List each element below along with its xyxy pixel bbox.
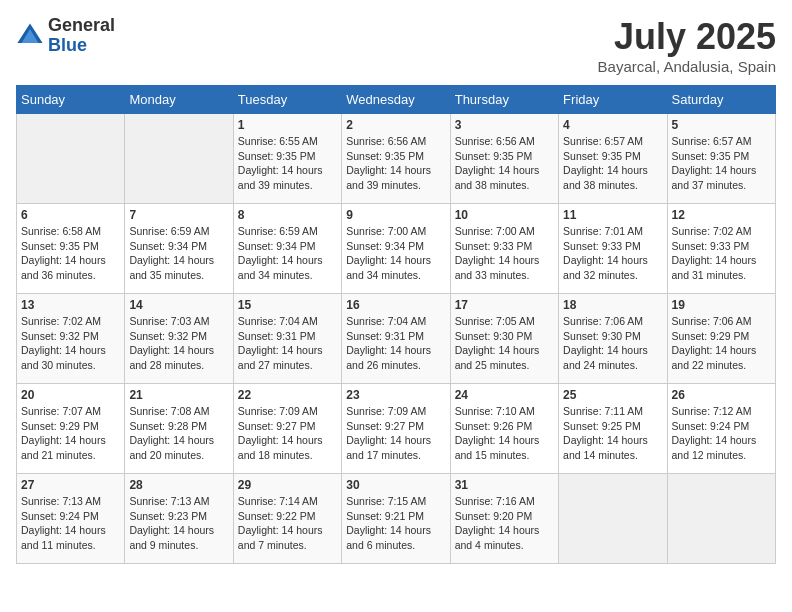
day-number: 12 <box>672 208 771 222</box>
header-day-wednesday: Wednesday <box>342 86 450 114</box>
day-info: Sunrise: 7:09 AM Sunset: 9:27 PM Dayligh… <box>346 404 445 463</box>
day-info: Sunrise: 7:03 AM Sunset: 9:32 PM Dayligh… <box>129 314 228 373</box>
day-number: 6 <box>21 208 120 222</box>
calendar-cell: 30Sunrise: 7:15 AM Sunset: 9:21 PM Dayli… <box>342 474 450 564</box>
day-info: Sunrise: 7:01 AM Sunset: 9:33 PM Dayligh… <box>563 224 662 283</box>
calendar-cell: 24Sunrise: 7:10 AM Sunset: 9:26 PM Dayli… <box>450 384 558 474</box>
day-number: 1 <box>238 118 337 132</box>
week-row-1: 1Sunrise: 6:55 AM Sunset: 9:35 PM Daylig… <box>17 114 776 204</box>
day-number: 16 <box>346 298 445 312</box>
calendar-body: 1Sunrise: 6:55 AM Sunset: 9:35 PM Daylig… <box>17 114 776 564</box>
logo-general: General <box>48 16 115 36</box>
day-info: Sunrise: 7:05 AM Sunset: 9:30 PM Dayligh… <box>455 314 554 373</box>
day-number: 21 <box>129 388 228 402</box>
calendar-cell: 27Sunrise: 7:13 AM Sunset: 9:24 PM Dayli… <box>17 474 125 564</box>
day-info: Sunrise: 7:06 AM Sunset: 9:30 PM Dayligh… <box>563 314 662 373</box>
day-info: Sunrise: 7:02 AM Sunset: 9:32 PM Dayligh… <box>21 314 120 373</box>
day-info: Sunrise: 7:10 AM Sunset: 9:26 PM Dayligh… <box>455 404 554 463</box>
day-number: 13 <box>21 298 120 312</box>
month-title: July 2025 <box>598 16 776 58</box>
day-number: 31 <box>455 478 554 492</box>
calendar-cell: 1Sunrise: 6:55 AM Sunset: 9:35 PM Daylig… <box>233 114 341 204</box>
calendar-cell: 26Sunrise: 7:12 AM Sunset: 9:24 PM Dayli… <box>667 384 775 474</box>
logo-text: General Blue <box>48 16 115 56</box>
day-number: 17 <box>455 298 554 312</box>
day-number: 24 <box>455 388 554 402</box>
day-info: Sunrise: 6:59 AM Sunset: 9:34 PM Dayligh… <box>238 224 337 283</box>
day-info: Sunrise: 7:16 AM Sunset: 9:20 PM Dayligh… <box>455 494 554 553</box>
logo-icon <box>16 22 44 50</box>
calendar-cell: 15Sunrise: 7:04 AM Sunset: 9:31 PM Dayli… <box>233 294 341 384</box>
calendar-cell: 16Sunrise: 7:04 AM Sunset: 9:31 PM Dayli… <box>342 294 450 384</box>
calendar-cell: 23Sunrise: 7:09 AM Sunset: 9:27 PM Dayli… <box>342 384 450 474</box>
calendar: SundayMondayTuesdayWednesdayThursdayFrid… <box>16 85 776 564</box>
day-info: Sunrise: 7:15 AM Sunset: 9:21 PM Dayligh… <box>346 494 445 553</box>
day-info: Sunrise: 7:06 AM Sunset: 9:29 PM Dayligh… <box>672 314 771 373</box>
calendar-cell: 12Sunrise: 7:02 AM Sunset: 9:33 PM Dayli… <box>667 204 775 294</box>
calendar-cell: 22Sunrise: 7:09 AM Sunset: 9:27 PM Dayli… <box>233 384 341 474</box>
calendar-cell: 6Sunrise: 6:58 AM Sunset: 9:35 PM Daylig… <box>17 204 125 294</box>
day-number: 23 <box>346 388 445 402</box>
day-number: 15 <box>238 298 337 312</box>
day-info: Sunrise: 6:56 AM Sunset: 9:35 PM Dayligh… <box>455 134 554 193</box>
day-info: Sunrise: 7:11 AM Sunset: 9:25 PM Dayligh… <box>563 404 662 463</box>
calendar-cell: 18Sunrise: 7:06 AM Sunset: 9:30 PM Dayli… <box>559 294 667 384</box>
title-block: July 2025 Bayarcal, Andalusia, Spain <box>598 16 776 75</box>
location: Bayarcal, Andalusia, Spain <box>598 58 776 75</box>
calendar-cell: 5Sunrise: 6:57 AM Sunset: 9:35 PM Daylig… <box>667 114 775 204</box>
header-day-monday: Monday <box>125 86 233 114</box>
day-info: Sunrise: 7:00 AM Sunset: 9:33 PM Dayligh… <box>455 224 554 283</box>
week-row-3: 13Sunrise: 7:02 AM Sunset: 9:32 PM Dayli… <box>17 294 776 384</box>
day-number: 22 <box>238 388 337 402</box>
calendar-cell: 29Sunrise: 7:14 AM Sunset: 9:22 PM Dayli… <box>233 474 341 564</box>
day-info: Sunrise: 6:57 AM Sunset: 9:35 PM Dayligh… <box>672 134 771 193</box>
day-info: Sunrise: 7:04 AM Sunset: 9:31 PM Dayligh… <box>238 314 337 373</box>
day-number: 4 <box>563 118 662 132</box>
day-number: 14 <box>129 298 228 312</box>
week-row-2: 6Sunrise: 6:58 AM Sunset: 9:35 PM Daylig… <box>17 204 776 294</box>
calendar-cell: 20Sunrise: 7:07 AM Sunset: 9:29 PM Dayli… <box>17 384 125 474</box>
day-info: Sunrise: 7:14 AM Sunset: 9:22 PM Dayligh… <box>238 494 337 553</box>
calendar-cell: 3Sunrise: 6:56 AM Sunset: 9:35 PM Daylig… <box>450 114 558 204</box>
day-info: Sunrise: 7:04 AM Sunset: 9:31 PM Dayligh… <box>346 314 445 373</box>
calendar-cell <box>125 114 233 204</box>
calendar-cell: 14Sunrise: 7:03 AM Sunset: 9:32 PM Dayli… <box>125 294 233 384</box>
calendar-cell <box>559 474 667 564</box>
day-number: 28 <box>129 478 228 492</box>
day-info: Sunrise: 7:13 AM Sunset: 9:24 PM Dayligh… <box>21 494 120 553</box>
week-row-4: 20Sunrise: 7:07 AM Sunset: 9:29 PM Dayli… <box>17 384 776 474</box>
day-number: 27 <box>21 478 120 492</box>
calendar-cell: 11Sunrise: 7:01 AM Sunset: 9:33 PM Dayli… <box>559 204 667 294</box>
day-number: 18 <box>563 298 662 312</box>
calendar-cell: 13Sunrise: 7:02 AM Sunset: 9:32 PM Dayli… <box>17 294 125 384</box>
day-info: Sunrise: 7:07 AM Sunset: 9:29 PM Dayligh… <box>21 404 120 463</box>
day-info: Sunrise: 6:59 AM Sunset: 9:34 PM Dayligh… <box>129 224 228 283</box>
calendar-cell: 8Sunrise: 6:59 AM Sunset: 9:34 PM Daylig… <box>233 204 341 294</box>
day-info: Sunrise: 6:56 AM Sunset: 9:35 PM Dayligh… <box>346 134 445 193</box>
header-row: SundayMondayTuesdayWednesdayThursdayFrid… <box>17 86 776 114</box>
calendar-cell: 17Sunrise: 7:05 AM Sunset: 9:30 PM Dayli… <box>450 294 558 384</box>
week-row-5: 27Sunrise: 7:13 AM Sunset: 9:24 PM Dayli… <box>17 474 776 564</box>
page-header: General Blue July 2025 Bayarcal, Andalus… <box>16 16 776 75</box>
day-info: Sunrise: 6:55 AM Sunset: 9:35 PM Dayligh… <box>238 134 337 193</box>
day-number: 7 <box>129 208 228 222</box>
header-day-thursday: Thursday <box>450 86 558 114</box>
day-number: 30 <box>346 478 445 492</box>
day-number: 20 <box>21 388 120 402</box>
header-day-tuesday: Tuesday <box>233 86 341 114</box>
day-info: Sunrise: 7:02 AM Sunset: 9:33 PM Dayligh… <box>672 224 771 283</box>
day-info: Sunrise: 6:57 AM Sunset: 9:35 PM Dayligh… <box>563 134 662 193</box>
day-info: Sunrise: 7:00 AM Sunset: 9:34 PM Dayligh… <box>346 224 445 283</box>
logo-blue: Blue <box>48 36 115 56</box>
day-number: 9 <box>346 208 445 222</box>
header-day-saturday: Saturday <box>667 86 775 114</box>
calendar-cell: 28Sunrise: 7:13 AM Sunset: 9:23 PM Dayli… <box>125 474 233 564</box>
day-number: 19 <box>672 298 771 312</box>
calendar-cell <box>17 114 125 204</box>
day-number: 29 <box>238 478 337 492</box>
calendar-cell: 25Sunrise: 7:11 AM Sunset: 9:25 PM Dayli… <box>559 384 667 474</box>
day-number: 11 <box>563 208 662 222</box>
header-day-sunday: Sunday <box>17 86 125 114</box>
logo: General Blue <box>16 16 115 56</box>
day-number: 10 <box>455 208 554 222</box>
